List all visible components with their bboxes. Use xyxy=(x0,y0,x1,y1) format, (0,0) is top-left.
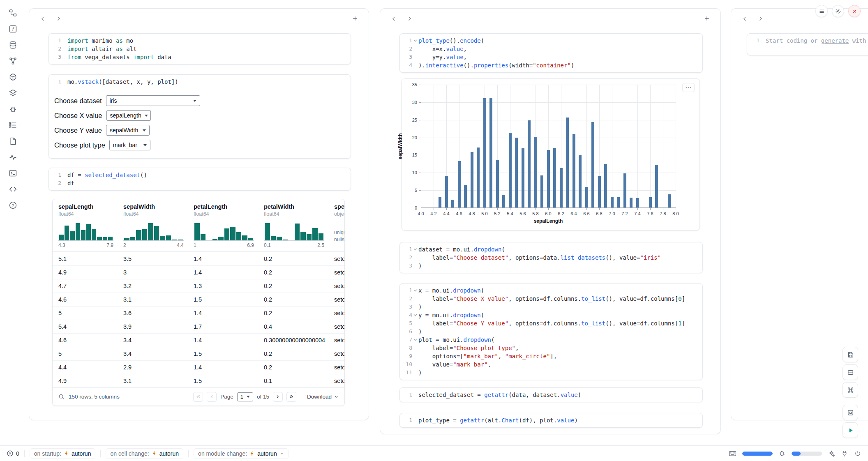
code-editor[interactable]: 1import marimo as mo2import altair as al… xyxy=(49,34,351,64)
histogram-bar xyxy=(81,230,85,240)
altair-chart-output[interactable]: 051015202530354.04.24.44.64.85.05.25.45.… xyxy=(402,78,700,230)
save-button[interactable] xyxy=(843,347,858,362)
table-cell: setosa xyxy=(328,378,345,384)
y-axis-line xyxy=(421,85,421,208)
y-value-select[interactable]: sepalWidth xyxy=(106,125,150,136)
keyboard-shortcuts-button[interactable] xyxy=(843,382,858,398)
datasources-icon[interactable] xyxy=(7,39,18,50)
axis-tick-label: 5.4 xyxy=(507,211,513,216)
code-editor[interactable]: 1x = mo.ui.dropdown(2 label="Choose X va… xyxy=(400,284,702,380)
code-line: 1mo.vstack([dataset, x, y, plot]) xyxy=(49,78,346,86)
histogram-bar xyxy=(218,237,224,240)
status-bar: 0 on startup: autorun on cell change: au… xyxy=(0,445,868,461)
select-value: sepalLength xyxy=(110,112,141,119)
chart-bar xyxy=(573,134,575,208)
ai-sparkle-icon[interactable] xyxy=(828,450,835,457)
line-number: 1 xyxy=(400,391,412,399)
code-editor[interactable]: 1plot_type().encode(2 x=x.value,3 y=y.va… xyxy=(400,34,702,72)
axis-tick-label: 4.4 xyxy=(443,211,449,216)
dropdown-label: Choose plot type xyxy=(54,141,105,149)
code-token: label xyxy=(418,295,450,302)
notebook-menu-button[interactable] xyxy=(815,5,828,17)
move-column-left-button[interactable] xyxy=(739,13,750,24)
plot-type-select[interactable]: mark_bar xyxy=(109,140,150,150)
move-column-left-button[interactable] xyxy=(388,13,399,24)
tracing-icon[interactable] xyxy=(7,152,18,162)
chart-actions-button[interactable] xyxy=(682,83,695,92)
first-page-button[interactable] xyxy=(193,392,203,402)
column-header[interactable]: sepalLengthfloat644.37.9 xyxy=(53,199,118,251)
previous-page-button[interactable] xyxy=(207,392,217,402)
documentation-icon[interactable] xyxy=(7,136,18,146)
axis-tick-label: 6.0 xyxy=(545,211,551,216)
run-all-button[interactable] xyxy=(843,422,858,438)
panel-layout-button[interactable] xyxy=(843,364,858,380)
settings-button[interactable] xyxy=(832,5,844,17)
select-value: sepalWidth xyxy=(110,127,138,134)
move-column-right-button[interactable] xyxy=(755,13,766,24)
column-header[interactable]: speciesobjectunique:nulls: xyxy=(328,199,345,251)
dataset-select[interactable]: iris xyxy=(106,95,200,106)
chevron-down-icon xyxy=(143,144,147,146)
file-explorer-icon[interactable] xyxy=(7,7,18,18)
add-column-button[interactable] xyxy=(702,13,712,24)
move-column-left-button[interactable] xyxy=(37,13,48,24)
shutdown-button[interactable] xyxy=(848,5,861,17)
snippets-icon[interactable] xyxy=(7,184,18,194)
on-cell-change-setting[interactable]: on cell change: autorun xyxy=(106,448,183,459)
column-header[interactable]: petalLengthfloat6416.9 xyxy=(188,199,258,251)
move-column-right-button[interactable] xyxy=(404,13,415,24)
code-editor[interactable]: 1df = selected_dataset()2df xyxy=(49,168,351,190)
chart-bar xyxy=(502,195,505,208)
download-button[interactable]: Download xyxy=(307,394,339,400)
on-module-change-setting[interactable]: on module change: autorun xyxy=(194,448,289,459)
variables-icon[interactable]: f xyxy=(7,23,18,34)
axis-tick xyxy=(612,208,612,210)
generate-with-ai-link[interactable]: generate xyxy=(821,37,849,44)
x-value-select[interactable]: sepalLength xyxy=(106,110,151,121)
help-icon[interactable]: ? xyxy=(7,200,18,210)
power-icon[interactable] xyxy=(854,450,861,457)
page-select[interactable]: 1 xyxy=(237,392,253,401)
debug-icon[interactable] xyxy=(7,104,18,114)
plug-icon[interactable] xyxy=(841,450,848,457)
axis-tick-label: 4.6 xyxy=(456,211,462,216)
code-editor[interactable]: 1selected_dataset = getattr(data, datase… xyxy=(400,388,702,402)
axis-tick xyxy=(459,208,459,210)
column-histogram xyxy=(123,222,184,241)
logs-icon[interactable] xyxy=(7,168,18,178)
checklist-icon[interactable] xyxy=(7,120,18,130)
on-startup-setting[interactable]: on startup: autorun xyxy=(30,448,96,459)
axis-tick-label: 20 xyxy=(406,135,417,141)
outline-icon[interactable] xyxy=(7,88,18,98)
code-token: plot_type xyxy=(418,37,450,44)
code-editor[interactable]: 1dataset = mo.ui.dropdown(2 label="Choos… xyxy=(400,242,702,273)
fold-spacer xyxy=(61,53,67,61)
dependency-graph-icon[interactable] xyxy=(7,55,18,66)
plot-area[interactable]: 051015202530354.04.24.44.64.85.05.25.45.… xyxy=(421,85,676,208)
code-text: x=x.value, xyxy=(418,45,467,53)
code-editor[interactable]: 1plot_type = getattr(alt.Chart(df), plot… xyxy=(400,413,702,427)
memory-chip-icon[interactable] xyxy=(778,450,786,457)
last-page-button[interactable] xyxy=(286,392,296,402)
scratchpad-button[interactable] xyxy=(843,405,858,420)
code-token: import xyxy=(67,46,88,52)
fold-spacer xyxy=(412,254,418,262)
histogram-bar xyxy=(160,236,165,240)
chart-bar xyxy=(477,148,480,208)
keyboard-icon[interactable] xyxy=(729,449,736,457)
search-icon[interactable] xyxy=(58,394,65,400)
code-editor[interactable]: 1mo.vstack([dataset, x, y, plot]) xyxy=(49,75,351,89)
errors-indicator[interactable]: 0 xyxy=(7,450,19,457)
add-column-button[interactable] xyxy=(350,13,360,24)
move-column-right-button[interactable] xyxy=(53,13,64,24)
packages-icon[interactable] xyxy=(7,71,18,82)
column-header[interactable]: petalWidthfloat640.12.5 xyxy=(258,199,328,251)
column-header[interactable]: sepalWidthfloat6424.4 xyxy=(118,199,188,251)
code-editor[interactable]: 1 Start coding or generate with AI. xyxy=(747,34,868,55)
axis-tick-label: 7.8 xyxy=(660,211,666,216)
code-token: altair xyxy=(88,46,116,52)
code-token xyxy=(481,392,484,398)
next-page-button[interactable] xyxy=(273,392,283,402)
chart-bar xyxy=(585,187,588,208)
